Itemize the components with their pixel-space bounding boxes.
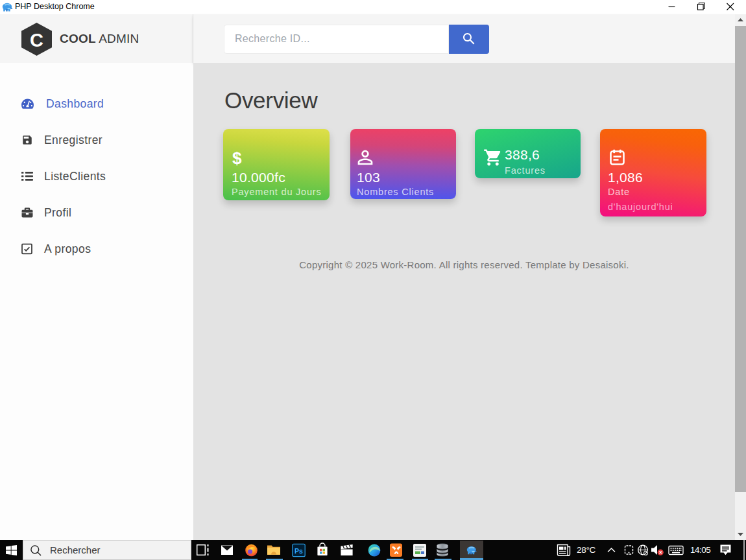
- svg-text:Ps: Ps: [295, 547, 303, 555]
- svg-text:C: C: [30, 30, 43, 51]
